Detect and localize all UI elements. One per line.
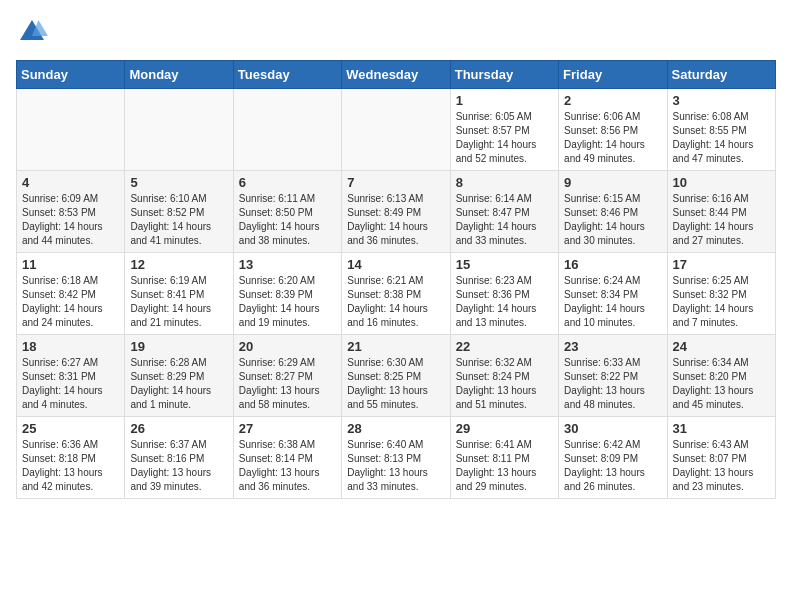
calendar-cell: 26Sunrise: 6:37 AMSunset: 8:16 PMDayligh… — [125, 417, 233, 499]
column-header-sunday: Sunday — [17, 61, 125, 89]
day-number: 12 — [130, 257, 227, 272]
calendar-cell: 3Sunrise: 6:08 AMSunset: 8:55 PMDaylight… — [667, 89, 775, 171]
day-info: Sunrise: 6:13 AMSunset: 8:49 PMDaylight:… — [347, 192, 444, 248]
calendar-cell — [125, 89, 233, 171]
day-info: Sunrise: 6:33 AMSunset: 8:22 PMDaylight:… — [564, 356, 661, 412]
column-header-wednesday: Wednesday — [342, 61, 450, 89]
calendar-week-5: 25Sunrise: 6:36 AMSunset: 8:18 PMDayligh… — [17, 417, 776, 499]
calendar-cell: 13Sunrise: 6:20 AMSunset: 8:39 PMDayligh… — [233, 253, 341, 335]
calendar-cell: 16Sunrise: 6:24 AMSunset: 8:34 PMDayligh… — [559, 253, 667, 335]
day-info: Sunrise: 6:38 AMSunset: 8:14 PMDaylight:… — [239, 438, 336, 494]
calendar-cell: 29Sunrise: 6:41 AMSunset: 8:11 PMDayligh… — [450, 417, 558, 499]
day-info: Sunrise: 6:43 AMSunset: 8:07 PMDaylight:… — [673, 438, 770, 494]
day-number: 20 — [239, 339, 336, 354]
day-number: 15 — [456, 257, 553, 272]
day-number: 24 — [673, 339, 770, 354]
day-info: Sunrise: 6:30 AMSunset: 8:25 PMDaylight:… — [347, 356, 444, 412]
day-number: 2 — [564, 93, 661, 108]
day-number: 25 — [22, 421, 119, 436]
calendar-cell: 8Sunrise: 6:14 AMSunset: 8:47 PMDaylight… — [450, 171, 558, 253]
day-info: Sunrise: 6:21 AMSunset: 8:38 PMDaylight:… — [347, 274, 444, 330]
day-info: Sunrise: 6:19 AMSunset: 8:41 PMDaylight:… — [130, 274, 227, 330]
day-number: 16 — [564, 257, 661, 272]
calendar-cell: 6Sunrise: 6:11 AMSunset: 8:50 PMDaylight… — [233, 171, 341, 253]
day-info: Sunrise: 6:27 AMSunset: 8:31 PMDaylight:… — [22, 356, 119, 412]
day-number: 19 — [130, 339, 227, 354]
day-info: Sunrise: 6:06 AMSunset: 8:56 PMDaylight:… — [564, 110, 661, 166]
day-info: Sunrise: 6:24 AMSunset: 8:34 PMDaylight:… — [564, 274, 661, 330]
calendar-cell: 5Sunrise: 6:10 AMSunset: 8:52 PMDaylight… — [125, 171, 233, 253]
logo-icon — [16, 16, 48, 48]
calendar-cell: 12Sunrise: 6:19 AMSunset: 8:41 PMDayligh… — [125, 253, 233, 335]
calendar-cell: 19Sunrise: 6:28 AMSunset: 8:29 PMDayligh… — [125, 335, 233, 417]
day-number: 8 — [456, 175, 553, 190]
day-number: 10 — [673, 175, 770, 190]
calendar-week-4: 18Sunrise: 6:27 AMSunset: 8:31 PMDayligh… — [17, 335, 776, 417]
day-info: Sunrise: 6:29 AMSunset: 8:27 PMDaylight:… — [239, 356, 336, 412]
day-info: Sunrise: 6:10 AMSunset: 8:52 PMDaylight:… — [130, 192, 227, 248]
day-number: 6 — [239, 175, 336, 190]
day-info: Sunrise: 6:37 AMSunset: 8:16 PMDaylight:… — [130, 438, 227, 494]
calendar-cell: 18Sunrise: 6:27 AMSunset: 8:31 PMDayligh… — [17, 335, 125, 417]
day-number: 29 — [456, 421, 553, 436]
calendar-cell: 28Sunrise: 6:40 AMSunset: 8:13 PMDayligh… — [342, 417, 450, 499]
column-header-friday: Friday — [559, 61, 667, 89]
calendar-cell: 15Sunrise: 6:23 AMSunset: 8:36 PMDayligh… — [450, 253, 558, 335]
day-number: 30 — [564, 421, 661, 436]
day-info: Sunrise: 6:11 AMSunset: 8:50 PMDaylight:… — [239, 192, 336, 248]
page-header — [16, 16, 776, 48]
day-info: Sunrise: 6:08 AMSunset: 8:55 PMDaylight:… — [673, 110, 770, 166]
day-info: Sunrise: 6:36 AMSunset: 8:18 PMDaylight:… — [22, 438, 119, 494]
day-info: Sunrise: 6:41 AMSunset: 8:11 PMDaylight:… — [456, 438, 553, 494]
calendar-cell: 23Sunrise: 6:33 AMSunset: 8:22 PMDayligh… — [559, 335, 667, 417]
calendar-cell: 31Sunrise: 6:43 AMSunset: 8:07 PMDayligh… — [667, 417, 775, 499]
day-info: Sunrise: 6:16 AMSunset: 8:44 PMDaylight:… — [673, 192, 770, 248]
day-number: 31 — [673, 421, 770, 436]
calendar-cell: 10Sunrise: 6:16 AMSunset: 8:44 PMDayligh… — [667, 171, 775, 253]
day-info: Sunrise: 6:34 AMSunset: 8:20 PMDaylight:… — [673, 356, 770, 412]
day-info: Sunrise: 6:18 AMSunset: 8:42 PMDaylight:… — [22, 274, 119, 330]
calendar-cell: 4Sunrise: 6:09 AMSunset: 8:53 PMDaylight… — [17, 171, 125, 253]
day-number: 5 — [130, 175, 227, 190]
calendar-week-2: 4Sunrise: 6:09 AMSunset: 8:53 PMDaylight… — [17, 171, 776, 253]
day-number: 11 — [22, 257, 119, 272]
calendar-week-3: 11Sunrise: 6:18 AMSunset: 8:42 PMDayligh… — [17, 253, 776, 335]
calendar-cell: 30Sunrise: 6:42 AMSunset: 8:09 PMDayligh… — [559, 417, 667, 499]
day-number: 9 — [564, 175, 661, 190]
day-info: Sunrise: 6:15 AMSunset: 8:46 PMDaylight:… — [564, 192, 661, 248]
column-header-tuesday: Tuesday — [233, 61, 341, 89]
day-info: Sunrise: 6:05 AMSunset: 8:57 PMDaylight:… — [456, 110, 553, 166]
day-number: 18 — [22, 339, 119, 354]
day-info: Sunrise: 6:32 AMSunset: 8:24 PMDaylight:… — [456, 356, 553, 412]
day-number: 1 — [456, 93, 553, 108]
calendar-cell: 7Sunrise: 6:13 AMSunset: 8:49 PMDaylight… — [342, 171, 450, 253]
day-number: 14 — [347, 257, 444, 272]
calendar-header-row: SundayMondayTuesdayWednesdayThursdayFrid… — [17, 61, 776, 89]
day-info: Sunrise: 6:23 AMSunset: 8:36 PMDaylight:… — [456, 274, 553, 330]
calendar-cell: 21Sunrise: 6:30 AMSunset: 8:25 PMDayligh… — [342, 335, 450, 417]
day-info: Sunrise: 6:28 AMSunset: 8:29 PMDaylight:… — [130, 356, 227, 412]
calendar-cell — [233, 89, 341, 171]
calendar-cell: 20Sunrise: 6:29 AMSunset: 8:27 PMDayligh… — [233, 335, 341, 417]
day-number: 13 — [239, 257, 336, 272]
day-number: 22 — [456, 339, 553, 354]
calendar-cell: 2Sunrise: 6:06 AMSunset: 8:56 PMDaylight… — [559, 89, 667, 171]
logo — [16, 16, 52, 48]
day-number: 27 — [239, 421, 336, 436]
day-info: Sunrise: 6:42 AMSunset: 8:09 PMDaylight:… — [564, 438, 661, 494]
calendar-cell — [17, 89, 125, 171]
calendar-week-1: 1Sunrise: 6:05 AMSunset: 8:57 PMDaylight… — [17, 89, 776, 171]
day-number: 3 — [673, 93, 770, 108]
day-number: 26 — [130, 421, 227, 436]
column-header-monday: Monday — [125, 61, 233, 89]
day-number: 17 — [673, 257, 770, 272]
calendar-cell — [342, 89, 450, 171]
day-number: 4 — [22, 175, 119, 190]
calendar-cell: 24Sunrise: 6:34 AMSunset: 8:20 PMDayligh… — [667, 335, 775, 417]
calendar-cell: 1Sunrise: 6:05 AMSunset: 8:57 PMDaylight… — [450, 89, 558, 171]
calendar-cell: 11Sunrise: 6:18 AMSunset: 8:42 PMDayligh… — [17, 253, 125, 335]
day-number: 28 — [347, 421, 444, 436]
column-header-thursday: Thursday — [450, 61, 558, 89]
day-number: 21 — [347, 339, 444, 354]
day-number: 23 — [564, 339, 661, 354]
